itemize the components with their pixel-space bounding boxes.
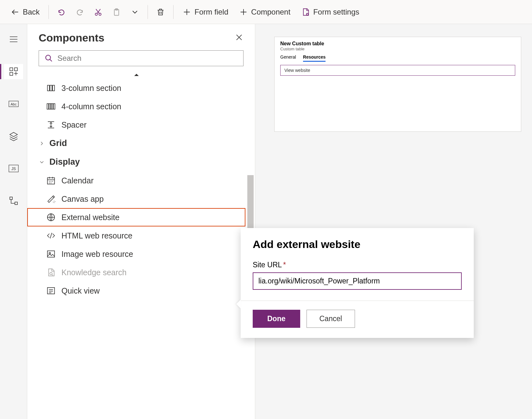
quick-view-icon [46, 286, 56, 295]
close-icon [235, 33, 244, 42]
site-url-input[interactable] [253, 272, 462, 290]
chevron-down-icon [39, 159, 45, 165]
toolbar-divider [173, 5, 174, 19]
section-label: View website [284, 68, 310, 73]
form-field-label: Form field [194, 8, 228, 16]
done-button[interactable]: Done [253, 310, 300, 328]
search-input[interactable] [57, 54, 238, 63]
search-icon [45, 54, 53, 63]
paste-dropdown[interactable] [127, 5, 143, 19]
components-icon [9, 67, 19, 77]
svg-point-26 [50, 272, 52, 275]
svg-rect-13 [15, 202, 17, 205]
tree-group-display[interactable]: Display [27, 153, 245, 171]
toolbar-divider [48, 5, 49, 19]
tree-item-label: 3-column section [61, 84, 121, 93]
delete-icon [156, 8, 165, 16]
component-label: Component [251, 8, 290, 16]
search-box[interactable] [39, 50, 244, 66]
tree-item-quick-view[interactable]: Quick view [27, 282, 245, 300]
code-icon [46, 231, 56, 240]
top-toolbar: Back Form field Component Form settings [0, 0, 532, 24]
dialog-title: Add external website [253, 238, 462, 251]
rail-fields[interactable]: Abc [4, 96, 23, 111]
rail-layers[interactable] [4, 129, 23, 144]
form-preview[interactable]: New Custom table Custom table General Re… [274, 37, 521, 132]
svg-text:Abc: Abc [10, 102, 16, 106]
scroll-up-button[interactable] [27, 71, 245, 79]
panel-title: Components [39, 32, 104, 44]
redo-button[interactable] [72, 5, 88, 19]
tab-general[interactable]: General [280, 54, 296, 62]
image-icon [46, 249, 56, 259]
tree-item-external-website[interactable]: External website [27, 208, 245, 226]
add-component-button[interactable]: Component [235, 5, 295, 19]
tree-item-label: Spacer [61, 120, 86, 130]
tree-item-knowledge-search: Knowledge search [27, 263, 245, 282]
form-settings-icon [301, 8, 310, 16]
redo-icon [75, 8, 84, 16]
svg-rect-16 [50, 85, 52, 91]
tree-item-3col[interactable]: 3-column section [27, 79, 245, 97]
cut-icon [94, 8, 103, 16]
svg-rect-17 [53, 85, 54, 91]
tree-item-spacer[interactable]: Spacer [27, 116, 245, 134]
svg-rect-15 [48, 85, 49, 91]
required-asterisk: * [283, 261, 286, 269]
svg-point-4 [307, 13, 308, 15]
tree-item-image-resource[interactable]: Image web resource [27, 245, 245, 263]
abc-icon: Abc [9, 99, 19, 109]
caret-up-icon [134, 73, 139, 76]
components-panel: Components 3-column section 4-column sec… [27, 24, 255, 419]
svg-rect-5 [10, 68, 13, 71]
globe-icon [46, 213, 56, 222]
paste-button[interactable] [108, 5, 125, 19]
js-icon: JS [9, 163, 19, 174]
tree-item-calendar[interactable]: Calendar [27, 171, 245, 190]
back-label: Back [23, 8, 40, 16]
form-tabs: General Resources [280, 54, 515, 62]
rail-js[interactable]: JS [4, 161, 23, 176]
tree-item-label: Calendar [61, 176, 93, 185]
tree-icon [9, 196, 19, 206]
cut-button[interactable] [90, 5, 106, 19]
tree-item-canvas-app[interactable]: Canvas app [27, 190, 245, 208]
tree-item-label: Quick view [61, 286, 100, 295]
left-rail: Abc JS [0, 24, 27, 419]
calendar-icon [46, 176, 56, 185]
plus-icon [239, 8, 248, 16]
panel-close-button[interactable] [235, 33, 244, 43]
svg-rect-19 [49, 104, 51, 109]
hamburger-icon [9, 34, 19, 44]
undo-icon [57, 8, 66, 16]
delete-button[interactable] [152, 5, 169, 19]
tree-group-grid[interactable]: Grid [27, 134, 245, 153]
form-settings-button[interactable]: Form settings [297, 5, 364, 19]
tree-item-4col[interactable]: 4-column section [27, 97, 245, 116]
rail-components[interactable] [4, 64, 23, 79]
back-button[interactable]: Back [6, 5, 44, 19]
svg-point-14 [46, 55, 50, 60]
form-title: New Custom table [280, 41, 515, 47]
toolbar-divider [148, 5, 148, 19]
columns4-icon [46, 102, 56, 111]
svg-rect-6 [14, 68, 17, 71]
svg-rect-12 [10, 197, 12, 200]
component-tree: 3-column section 4-column section Spacer… [27, 71, 255, 419]
plus-icon [182, 8, 191, 16]
rail-tree[interactable] [4, 193, 23, 208]
form-section[interactable]: View website [280, 65, 515, 76]
tree-item-html-resource[interactable]: HTML web resource [27, 226, 245, 245]
add-form-field-button[interactable]: Form field [178, 5, 233, 19]
rail-hamburger[interactable] [4, 32, 23, 47]
tree-item-label: Image web resource [61, 250, 133, 259]
knowledge-search-icon [46, 268, 56, 277]
undo-button[interactable] [53, 5, 70, 19]
tab-resources[interactable]: Resources [303, 54, 326, 62]
paste-icon [112, 8, 121, 16]
svg-text:JS: JS [11, 167, 16, 171]
cancel-button[interactable]: Cancel [307, 310, 355, 328]
svg-rect-24 [48, 251, 55, 257]
tree-item-label: External website [61, 213, 119, 222]
spacer-icon [46, 120, 56, 130]
